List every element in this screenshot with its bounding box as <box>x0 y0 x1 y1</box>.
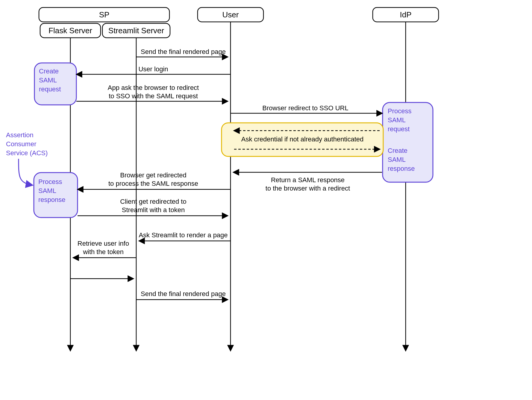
msg-redirect-sso-l1: App ask the browser to redirect <box>108 84 199 91</box>
acs-label-l3: Service (ACS) <box>6 149 48 157</box>
note-create-saml-request-l2: SAML <box>39 76 57 84</box>
msg-ask-render: Ask Streamlit to render a page <box>139 231 228 239</box>
msg-retrieve-user-l2: with the token <box>83 248 124 256</box>
note-idp-process-l1: Process <box>388 107 411 115</box>
participant-user-label: User <box>222 10 239 19</box>
msg-browser-redirected-l1: Browser get redirected <box>120 171 186 179</box>
note-process-saml-response-l3: response <box>38 196 66 203</box>
participant-sp-label: SP <box>99 10 110 19</box>
participant-streamlit-label: Streamlit Server <box>108 26 164 35</box>
note-idp-create-l1: Create <box>388 147 407 154</box>
note-create-saml-request-l3: request <box>39 85 61 93</box>
acs-label-l1: Assertion <box>6 131 34 139</box>
note-idp-process-l3: request <box>388 125 410 133</box>
acs-pointer-arrow <box>19 159 32 185</box>
note-create-saml-request-l1: Create <box>39 67 59 75</box>
note-process-saml-response-l1: Process <box>38 178 62 185</box>
note-idp-process-l2: SAML <box>388 116 406 124</box>
msg-redirect-streamlit-l2: Streamlit with a token <box>122 206 185 214</box>
note-process-saml-response-l2: SAML <box>38 187 56 194</box>
note-idp-create-l2: SAML <box>388 156 406 163</box>
msg-redirect-streamlit-l1: Client get redirected to <box>120 198 186 205</box>
note-idp-create-l3: response <box>388 165 415 172</box>
acs-label-l2: Consumer <box>6 140 36 148</box>
msg-return-saml-l1: Return a SAML response <box>271 176 345 184</box>
participant-flask-label: Flask Server <box>48 26 92 35</box>
participant-idp-label: IdP <box>400 10 411 19</box>
msg-return-saml-l2: to the browser with a redirect <box>266 185 350 192</box>
msg-user-login: User login <box>138 65 168 73</box>
msg-retrieve-user-l1: Retrieve user info <box>78 240 129 247</box>
msg-send-rendered-2: Send the final rendered page <box>141 290 226 298</box>
msg-redirect-sso-l2: to SSO with the SAML request <box>109 92 198 100</box>
msg-browser-redirected-l2: to process the SAML response <box>108 180 198 187</box>
sequence-diagram: SP Flask Server Streamlit Server User Id… <box>0 0 532 400</box>
msg-send-rendered-1: Send the final rendered page <box>141 48 226 55</box>
msg-browser-redirect-sso: Browser redirect to SSO URL <box>262 104 348 112</box>
note-auth-credential-text: Ask credential if not already authentica… <box>241 135 363 143</box>
